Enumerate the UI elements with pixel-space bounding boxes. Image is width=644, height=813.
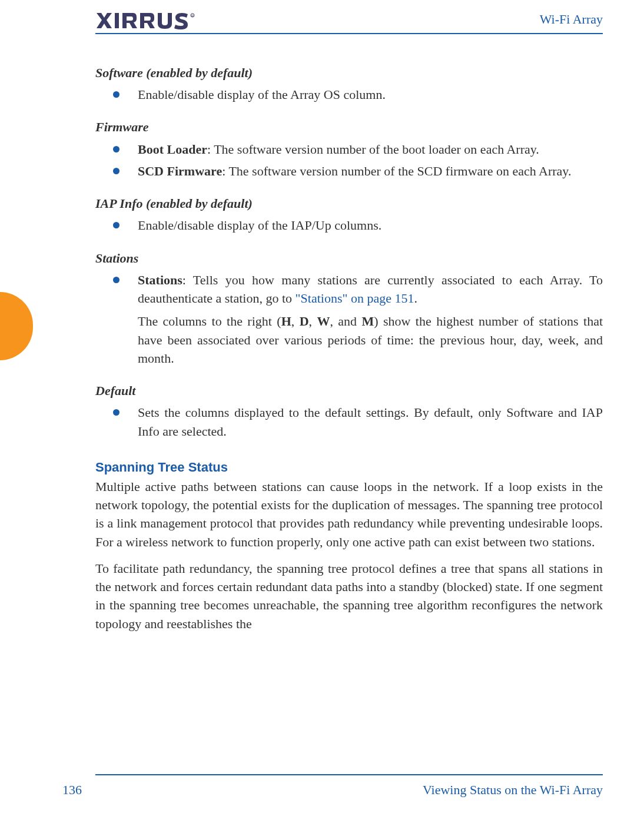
page-content: Software (enabled by default) Enable/dis…: [95, 64, 603, 633]
svg-rect-0: [115, 13, 119, 28]
footer-rule: [95, 774, 603, 775]
text-scd: : The software version number of the SCD…: [222, 164, 571, 178]
page-number: 136: [62, 782, 95, 798]
link-stations-page[interactable]: "Stations" on page 151: [296, 291, 414, 306]
stations-p2-a: The columns to the right (: [138, 314, 281, 328]
subhead-iap: IAP Info (enabled by default): [95, 194, 603, 213]
col-h: H: [281, 314, 291, 328]
col-d: D: [300, 314, 309, 328]
sep2: ,: [309, 314, 317, 328]
side-tab-marker: [0, 292, 33, 360]
page-footer: 136 Viewing Status on the Wi-Fi Array: [62, 782, 603, 798]
subhead-software: Software (enabled by default): [95, 64, 603, 82]
subhead-default: Default: [95, 381, 603, 400]
sep3: , and: [330, 314, 361, 328]
svg-text:R: R: [191, 14, 194, 18]
subhead-stations: Stations: [95, 249, 603, 267]
text-stations-1b: .: [414, 291, 417, 306]
xirrus-logo: R: [95, 12, 201, 32]
spanning-p1: Multiple active paths between stations c…: [95, 477, 603, 551]
col-m: M: [362, 314, 374, 328]
header-title: Wi-Fi Array: [540, 12, 603, 27]
spanning-p2: To facilitate path redundancy, the spann…: [95, 559, 603, 633]
bullet-default-1: Sets the columns displayed to the defaul…: [95, 403, 603, 440]
bullet-firmware-scd: SCD Firmware: The software version numbe…: [95, 162, 603, 180]
col-w: W: [317, 314, 330, 328]
footer-section-title: Viewing Status on the Wi-Fi Array: [423, 782, 603, 798]
label-stations: Stations: [138, 273, 182, 287]
stations-continuation: The columns to the right (H, D, W, and M…: [95, 312, 603, 367]
bullet-software-1: Enable/disable display of the Array OS c…: [95, 85, 603, 104]
subhead-firmware: Firmware: [95, 118, 603, 136]
bullet-firmware-boot: Boot Loader: The software version number…: [95, 140, 603, 158]
label-scd: SCD Firmware: [138, 164, 222, 178]
page-header: R Wi-Fi Array: [95, 12, 603, 35]
text-boot-loader: : The software version number of the boo…: [207, 142, 539, 157]
label-boot-loader: Boot Loader: [138, 142, 207, 157]
bullet-iap-1: Enable/disable display of the IAP/Up col…: [95, 216, 603, 234]
bullet-stations-1: Stations: Tells you how many stations ar…: [95, 271, 603, 307]
sep1: ,: [291, 314, 300, 328]
heading-spanning-tree: Spanning Tree Status: [95, 458, 603, 476]
header-rule: [95, 33, 603, 34]
